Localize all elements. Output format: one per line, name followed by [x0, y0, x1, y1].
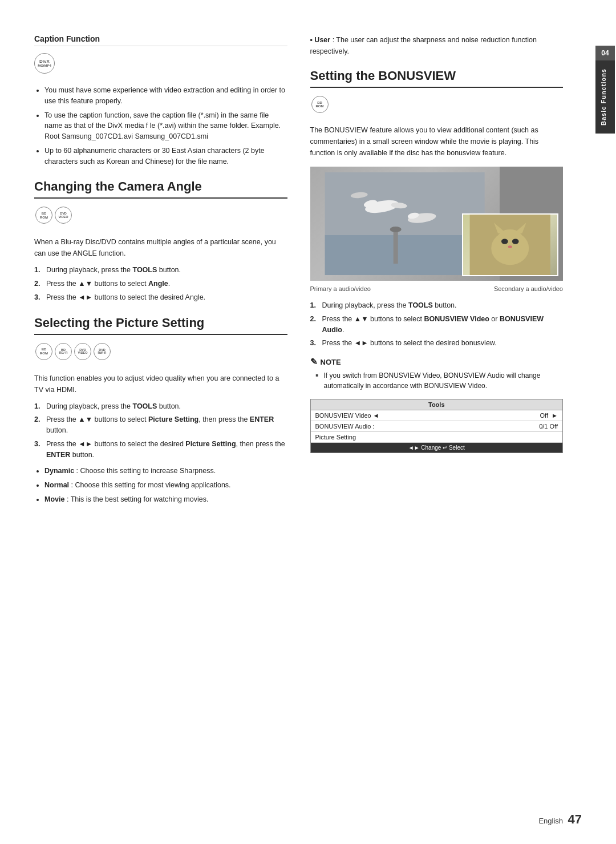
camera-angle-steps: 1. During playback, press the TOOLS butt… [34, 265, 287, 302]
tools-table: Tools BONUSVIEW Video ◄ Off ► BONUSVIEW … [310, 399, 564, 453]
bd-rom-icon: BD ROM [35, 207, 52, 224]
svg-point-17 [508, 245, 512, 248]
note-item-1: If you switch from BONUSVIEW Video, BONU… [316, 370, 564, 391]
svg-point-15 [501, 239, 508, 244]
ps-bd-rom-icon: BD ROM [35, 343, 52, 360]
bonusview-image [310, 167, 564, 281]
secondary-label: Secondary a audio/video [494, 285, 563, 292]
side-tab-label: Basic Functions [595, 60, 615, 134]
ps-bd-re-icon: BD RE/-R [55, 343, 72, 360]
camera-angle-heading: Changing the Camera Angle [34, 179, 287, 199]
tools-row-1-right: Off ► [540, 412, 558, 419]
tools-row-2-right: 0/1 Off [539, 423, 558, 430]
note-label: NOTE [321, 358, 341, 366]
caption-function-section: Caption Function DivX MO/MP4 You must ha… [34, 34, 287, 167]
tools-row-1-left: BONUSVIEW Video ◄ [315, 412, 379, 419]
tools-row-3: Picture Setting [311, 432, 563, 443]
tools-table-footer: ◄► Change ↵ Select [311, 443, 563, 453]
content-area: Caption Function DivX MO/MP4 You must ha… [0, 0, 594, 844]
caption-function-bullets: You must have some experience with video… [34, 85, 287, 167]
side-tab: 04 Basic Functions [594, 46, 616, 134]
camera-angle-body: When a Blu-ray Disc/DVD contains multipl… [34, 236, 287, 259]
camera-angle-section: Changing the Camera Angle BD ROM DVD VID… [34, 179, 287, 302]
page-footer: English 47 [538, 812, 582, 827]
camera-angle-icons: BD ROM DVD VIDEO [34, 204, 287, 229]
bonusview-section: Setting the BONUSVIEW BD ROM The BONUSVI… [310, 68, 564, 453]
dvd-video-icon: DVD VIDEO [55, 207, 72, 224]
svg-rect-1 [325, 235, 485, 275]
divx-icon: DivX MO/MP4 [34, 53, 55, 74]
tools-row-3-left: Picture Setting [315, 434, 356, 441]
ps-step-3: 3. Press the ◄► buttons to select the de… [34, 439, 287, 461]
caption-bullet-3: Up to 60 alphanumeric characters or 30 E… [44, 146, 287, 167]
tools-table-header: Tools [311, 399, 563, 410]
note-section: ✎ NOTE If you switch from BONUSVIEW Vide… [310, 357, 564, 391]
ps-bullet-normal: Normal : Choose this setting for most vi… [44, 480, 287, 491]
ps-dvd-rw-icon: DVD RW/-R [94, 343, 111, 360]
bv-step-2: 2. Press the ▲▼ buttons to select BONUSV… [310, 314, 564, 336]
divx-icon-row: DivX MO/MP4 [34, 51, 287, 79]
bonusview-steps: 1. During playback, press the TOOLS butt… [310, 300, 564, 349]
bv-step-1: 1. During playback, press the TOOLS butt… [310, 300, 564, 311]
picture-setting-heading: Selecting the Picture Setting [34, 316, 287, 335]
footer-page-number: 47 [568, 812, 582, 826]
right-column: • User : The user can adjust the sharpne… [310, 34, 564, 810]
caption-bullet-1: You must have some experience with video… [44, 85, 287, 107]
user-note: • User : The user can adjust the sharpne… [310, 34, 564, 57]
image-labels: Primary a audio/video Secondary a audio/… [310, 285, 564, 292]
bonusview-body: The BONUSVIEW feature allows you to view… [310, 124, 564, 159]
ps-step-2: 2. Press the ▲▼ buttons to select Pictur… [34, 414, 287, 436]
svg-point-16 [512, 239, 519, 244]
left-column: Caption Function DivX MO/MP4 You must ha… [34, 34, 287, 810]
tools-row-2-left: BONUSVIEW Audio : [315, 423, 375, 430]
note-list: If you switch from BONUSVIEW Video, BONU… [310, 370, 564, 391]
ps-dvd-video-icon: DVD VIDEO [74, 343, 91, 360]
camera-angle-step-3: 3. Press the ◄► buttons to select the de… [34, 292, 287, 303]
secondary-scene-svg [463, 215, 557, 275]
bv-step-3: 3. Press the ◄► buttons to select the de… [310, 338, 564, 349]
divx-icon-label: DivX [39, 59, 50, 64]
camera-angle-step-1: 1. During playback, press the TOOLS butt… [34, 265, 287, 276]
bonusview-icon-row: BD ROM [310, 94, 564, 119]
bonusview-bd-rom-icon: BD ROM [311, 96, 329, 113]
note-icon: ✎ [310, 357, 318, 367]
svg-rect-8 [394, 229, 398, 264]
picture-setting-steps: 1. During playback, press the TOOLS butt… [34, 401, 287, 461]
caption-bullet-2: To use the caption function, save the ca… [44, 110, 287, 142]
ps-bullet-dynamic: Dynamic : Choose this setting to increas… [44, 466, 287, 476]
note-header: ✎ NOTE [310, 357, 564, 367]
picture-setting-section: Selecting the Picture Setting BD ROM BD … [34, 316, 287, 505]
footer-language: English [538, 817, 563, 825]
caption-function-heading: Caption Function [34, 34, 287, 46]
tools-row-2: BONUSVIEW Audio : 0/1 Off [311, 421, 563, 432]
picture-setting-sub-bullets: Dynamic : Choose this setting to increas… [34, 466, 287, 504]
camera-angle-step-2: 2. Press the ▲▼ buttons to select Angle. [34, 278, 287, 289]
svg-point-9 [390, 227, 402, 232]
ps-step-1: 1. During playback, press the TOOLS butt… [34, 401, 287, 412]
tools-row-1: BONUSVIEW Video ◄ Off ► [311, 410, 563, 421]
secondary-scene [462, 213, 558, 276]
side-tab-number: 04 [595, 46, 615, 60]
primary-label: Primary a audio/video [310, 285, 371, 292]
ps-bullet-movie: Movie : This is the best setting for wat… [44, 494, 287, 505]
page-wrapper: 04 Basic Functions Caption Function DivX… [0, 0, 616, 844]
picture-setting-icons: BD ROM BD RE/-R DVD VIDEO DVD RW/-R [34, 341, 287, 366]
bonusview-heading: Setting the BONUSVIEW [310, 68, 564, 88]
picture-setting-body: This function enables you to adjust vide… [34, 373, 287, 395]
